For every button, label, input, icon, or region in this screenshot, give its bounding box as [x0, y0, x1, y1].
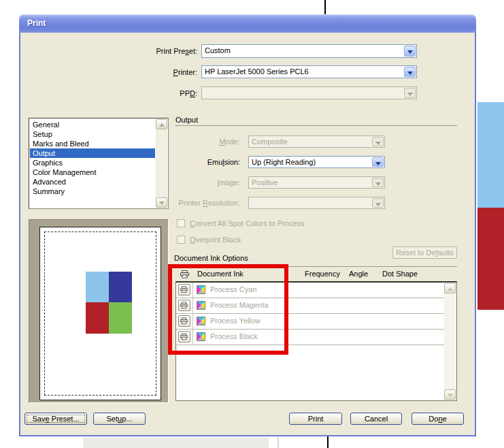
chevron-down-icon[interactable]: [372, 157, 384, 167]
ppd-select: [201, 86, 417, 99]
setup-button[interactable]: Setup...: [93, 413, 146, 425]
column-dot-shape: Dot Shape: [382, 270, 418, 278]
chevron-down-icon[interactable]: [404, 67, 416, 77]
preview-red-square: [86, 302, 109, 334]
image-label: Image:: [104, 178, 240, 187]
table-scrollbar[interactable]: [444, 283, 456, 400]
reset-to-defaults-button: Reset to Defaults: [392, 246, 457, 259]
print-button[interactable]: Print: [289, 413, 342, 425]
print-preset-value: Custom: [205, 46, 403, 54]
document-page-edge-line-top: [324, 0, 326, 14]
cancel-button[interactable]: Cancel: [350, 413, 402, 425]
printer-resolution-select: [248, 197, 385, 209]
print-preset-select[interactable]: Custom: [201, 44, 417, 58]
emulsion-select[interactable]: Up (Right Reading): [248, 156, 385, 168]
overprint-black-label: Overprint Black: [190, 236, 241, 244]
print-preset-label: Print Preset:: [60, 47, 197, 55]
page-preview-panel: [29, 219, 169, 403]
title-bar[interactable]: Print: [19, 14, 476, 33]
emulsion-label: Emulsion:: [104, 158, 240, 166]
emulsion-value: Up (Right Reading): [252, 158, 371, 166]
red-annotation-rectangle: [168, 264, 288, 355]
sidebar-item-general[interactable]: General: [30, 120, 155, 129]
preview-lightblue-square: [86, 272, 109, 302]
image-value: Positive: [252, 178, 371, 187]
save-preset-button[interactable]: Save Preset...: [24, 413, 87, 425]
sidebar-item-color-management[interactable]: Color Management: [30, 167, 155, 177]
mode-value: Composite: [252, 138, 371, 146]
preview-darkblue-square: [109, 272, 132, 302]
image-select: Positive: [248, 176, 385, 189]
mode-select: Composite: [248, 135, 385, 148]
chevron-down-icon: [404, 88, 416, 98]
column-frequency: Frequency: [305, 270, 340, 278]
printer-label: Printer:: [60, 68, 197, 76]
overprint-black-checkbox: [177, 236, 185, 244]
chevron-down-icon[interactable]: [404, 46, 416, 57]
printer-value: HP LaserJet 5000 Series PCL6: [205, 67, 403, 76]
done-button[interactable]: Done: [411, 413, 464, 425]
document-gray-line: [278, 437, 279, 448]
preview-page: [39, 227, 161, 400]
chevron-down-icon: [372, 198, 384, 208]
arrow-up-icon[interactable]: [156, 119, 167, 129]
dialog-title: Print: [27, 18, 46, 28]
column-angle: Angle: [349, 270, 368, 278]
arrow-up-icon[interactable]: [444, 283, 456, 293]
section-divider: [175, 125, 457, 126]
sidebar-item-summary[interactable]: Summary: [30, 187, 155, 196]
sidebar-item-output[interactable]: Output: [30, 148, 155, 158]
output-section-heading: Output: [175, 116, 198, 124]
document-red-rect: [477, 208, 504, 310]
mode-label: Mode:: [104, 138, 240, 146]
document-gray-strip: [83, 437, 269, 448]
preview-green-square: [109, 302, 132, 334]
chevron-down-icon: [372, 178, 384, 187]
printer-resolution-label: Printer Resolution:: [104, 199, 240, 207]
printer-select[interactable]: HP LaserJet 5000 Series PCL6: [201, 65, 417, 78]
chevron-down-icon: [372, 137, 384, 146]
document-lightblue-rect: [477, 102, 504, 208]
convert-spot-colors-checkbox: [177, 219, 185, 227]
screen: Print Print Preset: Custom Printer: HP L…: [0, 0, 504, 448]
ink-options-heading: Document Ink Options: [174, 254, 248, 262]
convert-spot-colors-label: Convert All Spot Colors to Process: [190, 219, 305, 227]
document-page-edge-line-bottom: [327, 436, 329, 448]
arrow-down-icon[interactable]: [444, 389, 456, 400]
print-dialog: Print Print Preset: Custom Printer: HP L…: [19, 14, 476, 436]
ppd-label: PPD:: [60, 89, 197, 97]
